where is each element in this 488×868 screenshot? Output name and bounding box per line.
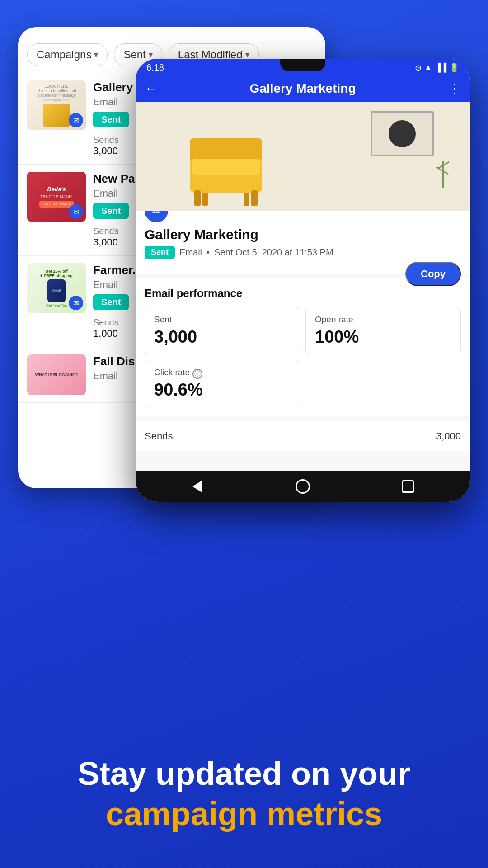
detail-sent-date: Sent Oct 5, 2020 at 11:53 PM xyxy=(214,247,333,258)
sent-metric-value: 3,000 xyxy=(154,327,291,347)
sent-filter-label: Sent xyxy=(123,48,145,61)
click-rate-info: Click rate ⓘ xyxy=(154,368,291,380)
nav-home-button[interactable] xyxy=(291,477,314,495)
sent-badge: Sent xyxy=(93,203,129,219)
detail-status-badge: Sent xyxy=(145,246,175,259)
sent-badge: Sent xyxy=(93,112,129,127)
sent-badge: Sent xyxy=(93,294,129,310)
info-icon[interactable]: ⓘ xyxy=(192,369,202,379)
svg-rect-3 xyxy=(251,190,258,206)
nav-back-button[interactable] xyxy=(186,477,209,495)
campaign-thumbnail: Bella's TRUFFLE MANIA TRUFFLE MANIA ✉ xyxy=(27,172,86,222)
svg-rect-2 xyxy=(194,190,201,206)
wifi-icon: ▲ xyxy=(424,63,432,72)
performance-title: Email performance xyxy=(145,287,461,300)
click-rate-value: 90.6% xyxy=(154,380,291,400)
sent-metric-card: Sent 3,000 xyxy=(145,307,300,354)
sent-chevron-icon: ▾ xyxy=(149,50,153,60)
meta-dot: • xyxy=(206,247,210,258)
app-bar-title: Gallery Marketing xyxy=(157,81,448,96)
home-circle-icon xyxy=(296,479,310,494)
status-icons: ⊖ ▲ ▐▐ 🔋 xyxy=(415,63,459,73)
svg-rect-5 xyxy=(244,193,249,206)
campaign-thumbnail: Get 25% off+ FREE shipping Oobi! Get You… xyxy=(27,263,86,313)
bottom-line2: campaign metrics xyxy=(27,796,461,832)
bottom-line1: Stay updated on your xyxy=(27,756,461,792)
campaign-detail-card: ✉ Gallery Marketing Sent Email • Sent Oc… xyxy=(136,211,470,274)
open-rate-label: Open rate xyxy=(315,315,451,325)
nav-bar xyxy=(136,471,470,502)
sends-row-value: 3,000 xyxy=(436,430,461,442)
campaigns-filter[interactable]: Campaigns ▾ xyxy=(27,43,108,66)
nav-recents-button[interactable] xyxy=(397,477,419,495)
chair-illustration xyxy=(181,134,271,206)
detail-meta: Sent Email • Sent Oct 5, 2020 at 11:53 P… xyxy=(145,246,461,259)
campaign-thumbnail: LOGO HEREThis is a headline and placehol… xyxy=(27,80,86,130)
sends-row: Sends 3,000 xyxy=(136,421,470,451)
main-container: Campaigns ▾ Sent ▾ Last Modified ▾ xyxy=(0,0,488,868)
svg-rect-1 xyxy=(190,138,262,161)
campaign-thumbnail: WHAT IS BLOGGING? xyxy=(27,354,86,395)
signal-icon: ▐▐ xyxy=(435,63,446,72)
email-icon: ✉ xyxy=(69,113,83,127)
campaigns-chevron-icon: ▾ xyxy=(94,50,98,60)
performance-section: Email performance Sent 3,000 Open rate 1… xyxy=(136,278,470,416)
plant-decoration xyxy=(434,161,452,206)
detail-content: ✉ Gallery Marketing Sent Email • Sent Oc… xyxy=(136,211,470,471)
status-time: 6:18 xyxy=(146,62,164,73)
open-rate-value: 100% xyxy=(315,327,451,347)
detail-type: Email xyxy=(179,247,202,258)
campaign-email-icon: ✉ xyxy=(145,211,168,222)
campaigns-filter-label: Campaigns xyxy=(37,48,91,61)
back-button[interactable]: ← xyxy=(145,81,157,96)
svg-rect-4 xyxy=(202,193,208,206)
copy-button[interactable]: Copy xyxy=(405,262,461,286)
open-rate-metric-card: Open rate 100% xyxy=(305,307,461,354)
phone-front: 6:18 ⊖ ▲ ▐▐ 🔋 ← Gallery Marketing ⋮ xyxy=(136,59,470,502)
recents-square-icon xyxy=(402,480,414,493)
click-rate-metric-card: Click rate ⓘ 90.6% xyxy=(145,360,300,407)
wall-art xyxy=(371,111,434,156)
last-modified-chevron-icon: ▾ xyxy=(245,50,249,60)
phone-screen: 6:18 ⊖ ▲ ▐▐ 🔋 ← Gallery Marketing ⋮ xyxy=(136,59,470,502)
bottom-text: Stay updated on your campaign metrics xyxy=(0,756,488,832)
charge-icon: 🔋 xyxy=(449,63,459,73)
more-options-button[interactable]: ⋮ xyxy=(448,81,461,96)
detail-title: Gallery Marketing xyxy=(145,227,461,242)
email-icon: ✉ xyxy=(69,204,83,219)
sent-metric-label: Sent xyxy=(154,315,291,325)
email-icon: ✉ xyxy=(69,296,83,310)
app-bar: ← Gallery Marketing ⋮ xyxy=(136,75,470,102)
campaign-hero-image xyxy=(136,102,470,211)
notch xyxy=(280,59,325,71)
svg-rect-6 xyxy=(192,159,260,175)
performance-grid: Sent 3,000 Open rate 100% xyxy=(145,307,461,354)
back-triangle-icon xyxy=(192,480,202,493)
sends-row-label: Sends xyxy=(145,430,173,442)
click-rate-label: Click rate xyxy=(154,368,190,377)
battery-icon: ⊖ xyxy=(415,63,422,73)
